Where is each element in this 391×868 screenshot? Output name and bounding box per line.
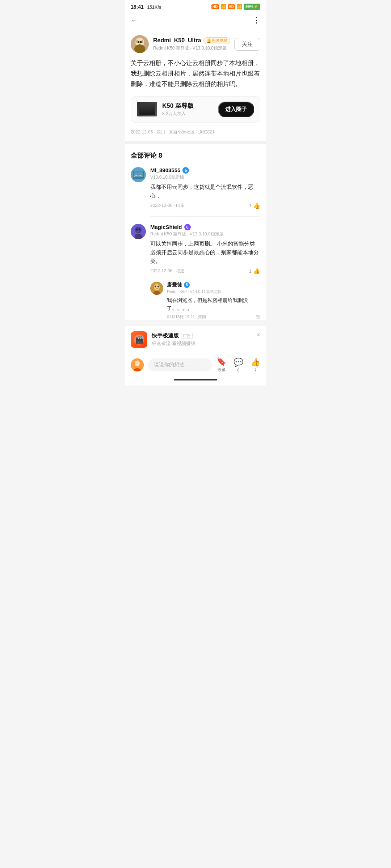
svg-point-20 [155, 285, 156, 287]
svg-point-16 [137, 229, 137, 229]
comment-2-avatar[interactable] [131, 224, 146, 239]
bookmark-action[interactable]: 🔖 收藏 [216, 357, 226, 373]
status-bar: 18:41 151K/s HD 📶 HD 📶 99%⚡ [125, 0, 266, 12]
top-nav: ← ⋮ [125, 12, 266, 29]
comment-2-level: 6 [184, 224, 191, 230]
ad-close-button[interactable]: × [256, 331, 260, 339]
svg-point-15 [139, 228, 140, 230]
post-content: 关于云相册，不小心让云相册同步了本地相册，我想删除云相册相片，居然连带本地相片也… [131, 58, 260, 90]
ad-name: 快手极速版 [152, 332, 179, 339]
member-badge: 🔔高级成员 [203, 37, 230, 44]
svg-point-7 [141, 42, 142, 42]
like-count-2: 1 [249, 268, 252, 274]
comment-2-body: MagicShield 6 Redmi K50 至尊版 · V13.0.10.0… [150, 224, 260, 275]
comment-1-avatar[interactable] [131, 167, 146, 182]
comment-divider-1 [150, 216, 260, 217]
author-left: Redmi_K50_Ultra 🔔高级成员 Redmi K50 至尊版 · V1… [131, 35, 230, 53]
reply-1-avatar[interactable] [150, 282, 163, 295]
bottom-input-bar: 说说你的想法…… 🔖 收藏 💬 8 👍 7 [125, 353, 266, 376]
product-card[interactable]: K50 至尊版 8.2万人加入 进入圈子 [131, 96, 260, 123]
comment-2-like[interactable]: 1 👍 [249, 268, 260, 275]
svg-point-14 [136, 228, 138, 230]
status-time-speed: 18:41 151K/s [131, 4, 161, 10]
reply-1-body: 唐爱徒 5 Redmi K60 · V14.0.11.0稳定版 我在浏览器，但是… [167, 282, 260, 320]
comments-section: 全部评论 8 Mi_3903555 5 V13.0.10.0稳定版 我都不用云同… [125, 144, 266, 320]
comment-2-device: Redmi K50 至尊版 · V13.0.10.0稳定版 [150, 231, 260, 237]
home-indicator [125, 376, 266, 386]
author-row: Redmi_K50_Ultra 🔔高级成员 Redmi K50 至尊版 · V1… [131, 35, 260, 53]
section-divider [125, 141, 266, 144]
status-speed: 151K/s [147, 5, 161, 10]
join-circle-button[interactable]: 进入圈子 [218, 102, 254, 117]
ad-logo: 🎬 [131, 331, 147, 348]
reply-1-name-row: 唐爱徒 5 [167, 282, 260, 288]
product-name: K50 至尊版 [162, 102, 213, 110]
svg-point-13 [135, 227, 142, 233]
comment-1-like[interactable]: 1 👍 [249, 202, 260, 209]
comment-1-name-row: Mi_3903555 5 [150, 167, 260, 174]
svg-point-21 [157, 285, 159, 287]
author-device: Redmi K50 至尊版 · V13.0.10.0稳定版 [153, 45, 230, 51]
follow-button[interactable]: 关注 [234, 38, 260, 51]
more-button[interactable]: ⋮ [252, 16, 260, 25]
reply-1-name: 唐爱徒 [167, 282, 182, 288]
comment-2-name: MagicShield [150, 224, 182, 230]
comment-2-time: 2022-12-06 · 福建 [150, 268, 185, 274]
signal-icon-2: 📶 [236, 4, 242, 9]
thumbs-up-icon-1: 👍 [253, 202, 260, 209]
comment-1-time: 2022-12-06 · 山东 [150, 203, 185, 209]
post-card: Redmi_K50_Ultra 🔔高级成员 Redmi K50 至尊版 · V1… [125, 29, 266, 141]
svg-point-6 [139, 42, 139, 42]
product-img-inner [139, 103, 155, 115]
svg-point-23 [135, 361, 140, 366]
bottom-actions: 🔖 收藏 💬 8 👍 7 [216, 357, 260, 373]
reply-1-device: Redmi K60 · V14.0.11.0稳定版 [167, 289, 260, 294]
author-name-row: Redmi_K50_Ultra 🔔高级成员 [153, 37, 230, 44]
comment-1-meta: 2022-12-06 · 山东 1 👍 [150, 202, 260, 209]
bookmark-icon: 🔖 [216, 357, 226, 366]
battery-indicator: 99%⚡ [244, 4, 260, 10]
svg-point-8 [134, 44, 145, 53]
reply-1-like[interactable]: 赞 [256, 314, 260, 320]
comment-count: 8 [237, 368, 239, 372]
comment-input[interactable]: 说说你的想法…… [148, 358, 212, 371]
comments-title: 全部评论 8 [131, 151, 260, 160]
comment-1-device: V13.0.10.0稳定版 [150, 174, 260, 180]
hd-badge-2: HD [228, 4, 235, 9]
comment-item-2: MagicShield 6 Redmi K50 至尊版 · V13.0.10.0… [131, 224, 260, 275]
svg-point-19 [154, 284, 160, 290]
comment-action[interactable]: 💬 8 [234, 358, 243, 372]
reply-1-level: 5 [184, 282, 190, 288]
bookmark-label: 收藏 [218, 367, 226, 373]
signal-icon-1: 📶 [220, 4, 226, 9]
comment-2-name-row: MagicShield 6 [150, 224, 260, 230]
comment-1-body: Mi_3903555 5 V13.0.10.0稳定版 我都不用云同步，这货就是个… [150, 167, 260, 209]
current-user-avatar [131, 358, 144, 371]
ad-name-row: 快手极速版 广告 [152, 332, 260, 339]
product-members: 8.2万人加入 [162, 111, 213, 117]
comment-2-text: 可以关掉同步，上网页删。 小米的智能分类必须开启云同步是最恶心的，别家都能本地分… [150, 239, 260, 265]
post-meta: 2022-12-06 · 四川 · 来自小米社区 · 浏览821 [131, 129, 260, 135]
reply-1-meta: 01月13日 19:21 · 河南 赞 [167, 314, 260, 320]
hd-badge-1: HD [211, 4, 219, 9]
ad-logo-inner: 🎬 [134, 335, 144, 345]
post-author-avatar[interactable] [131, 35, 149, 53]
like-count-1: 1 [249, 203, 252, 208]
svg-point-17 [140, 229, 140, 229]
ad-banner[interactable]: 🎬 快手极速版 广告 极速省流·看视频赚钱 × [125, 326, 266, 353]
product-info: K50 至尊版 8.2万人加入 [162, 102, 213, 117]
like-action[interactable]: 👍 7 [251, 358, 260, 372]
ad-subtitle: 极速省流·看视频赚钱 [152, 340, 260, 347]
status-time: 18:41 [131, 4, 144, 10]
thumbs-up-icon-2: 👍 [253, 268, 260, 275]
comment-item: Mi_3903555 5 V13.0.10.0稳定版 我都不用云同步，这货就是个… [131, 167, 260, 209]
comment-1-name: Mi_3903555 [150, 167, 180, 173]
back-button[interactable]: ← [131, 16, 138, 25]
reply-1-text: 我在浏览器，但是私密相册给我删没了。。。。 [167, 296, 260, 312]
svg-point-5 [140, 41, 142, 43]
comment-1-text: 我都不用云同步，这货就是个流氓软件，恶心， [150, 183, 260, 200]
svg-point-4 [138, 41, 140, 43]
reply-item-1: 唐爱徒 5 Redmi K60 · V14.0.11.0稳定版 我在浏览器，但是… [150, 282, 260, 320]
product-image [137, 102, 157, 116]
comment-2-meta: 2022-12-06 · 福建 1 👍 [150, 268, 260, 275]
